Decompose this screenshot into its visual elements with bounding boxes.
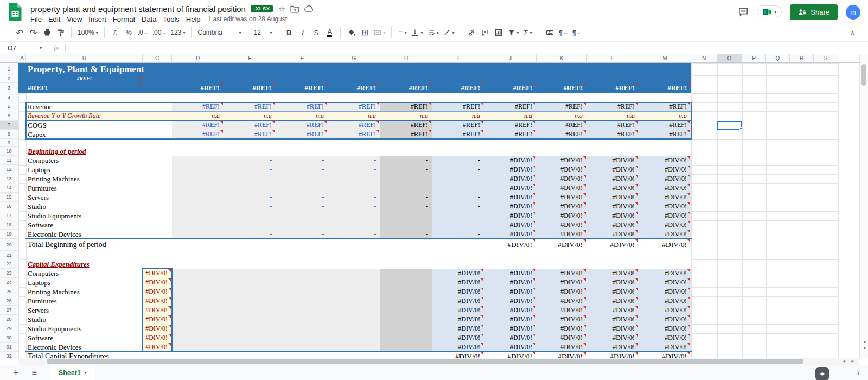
row-header[interactable]: 17 xyxy=(0,211,18,220)
cell-value[interactable]: #DIV/0! xyxy=(432,315,480,324)
row-label[interactable]: Laptops xyxy=(28,165,50,174)
cell-value[interactable]: #DIV/0! xyxy=(484,306,532,315)
cell-value[interactable]: - xyxy=(328,211,376,220)
cell-value[interactable]: #DIV/0! xyxy=(143,296,168,306)
cell-value[interactable]: #REF! xyxy=(432,83,480,93)
cell-value[interactable]: #DIV/0! xyxy=(639,324,687,333)
fill-handle[interactable] xyxy=(739,127,742,130)
row-header[interactable]: 30 xyxy=(0,333,18,343)
strikethrough-button[interactable]: S xyxy=(309,26,323,40)
cell-value[interactable]: #DIV/0! xyxy=(639,306,687,315)
cell-value[interactable]: #REF! xyxy=(172,130,220,139)
cell-value[interactable]: #DIV/0! xyxy=(537,202,583,211)
text-wrap-button[interactable]: ▾ xyxy=(425,26,441,40)
row-header[interactable]: 28 xyxy=(0,315,18,324)
column-header[interactable]: J xyxy=(484,54,537,62)
collapse-toolbar-button[interactable]: ∧ xyxy=(846,26,859,40)
cell-value[interactable]: #DIV/0! xyxy=(537,193,583,202)
cell-value[interactable]: #DIV/0! xyxy=(639,174,687,183)
column-header[interactable]: D xyxy=(172,54,224,62)
paint-format-button[interactable] xyxy=(54,26,67,40)
cell-value[interactable]: #DIV/0! xyxy=(587,156,635,165)
cell-value[interactable]: #DIV/0! xyxy=(484,156,532,165)
cell-value[interactable]: #REF! xyxy=(380,130,428,139)
cell-value[interactable]: #DIV/0! xyxy=(537,174,583,183)
row-header[interactable]: 26 xyxy=(0,296,18,306)
row-header[interactable]: 10 xyxy=(0,147,18,156)
cell-value[interactable]: n.a xyxy=(587,111,635,121)
cell-value[interactable]: #DIV/0! xyxy=(587,306,635,315)
insert-link-button[interactable] xyxy=(465,26,478,40)
column-header[interactable]: A xyxy=(18,54,26,62)
column-header[interactable]: Q xyxy=(766,54,790,62)
cell-value[interactable]: #REF! xyxy=(537,130,583,139)
row-header[interactable]: 29 xyxy=(0,324,18,333)
text-color-button[interactable]: A xyxy=(323,26,336,40)
row-header[interactable]: 2 xyxy=(0,75,18,83)
cell-value[interactable]: #DIV/0! xyxy=(587,220,635,230)
horizontal-scrollbar[interactable]: ◂ ▸ xyxy=(18,358,859,365)
row-header[interactable]: 1 xyxy=(0,63,18,75)
cell-value[interactable]: - xyxy=(276,183,324,193)
column-header[interactable]: M xyxy=(639,54,691,62)
cell-value[interactable]: #DIV/0! xyxy=(143,287,168,296)
cell-value[interactable]: #REF! xyxy=(639,102,687,111)
row-header[interactable]: 27 xyxy=(0,306,18,315)
cell-value[interactable]: #DIV/0! xyxy=(537,211,583,220)
cell-value[interactable]: #DIV/0! xyxy=(587,211,635,220)
cell-value[interactable]: #DIV/0! xyxy=(484,278,532,287)
cell-value[interactable]: - xyxy=(432,202,480,211)
cell-value[interactable]: #REF! xyxy=(276,102,324,111)
cell-value[interactable]: #REF! xyxy=(172,121,220,130)
cell-value[interactable]: #DIV/0! xyxy=(639,352,687,358)
meet-button[interactable]: ▾ xyxy=(757,5,782,18)
column-header[interactable]: P xyxy=(742,54,766,62)
menu-format[interactable]: Format xyxy=(110,15,138,24)
cell-value[interactable]: - xyxy=(276,174,324,183)
cell-value[interactable]: #REF! xyxy=(432,130,480,139)
cell-value[interactable]: #DIV/0! xyxy=(432,333,480,343)
row-header[interactable]: 4 xyxy=(0,93,18,102)
row-header[interactable]: 25 xyxy=(0,287,18,296)
cell-value[interactable]: #DIV/0! xyxy=(537,278,583,287)
print-button[interactable] xyxy=(40,26,54,40)
cell-value[interactable]: #DIV/0! xyxy=(432,296,480,306)
cell-value[interactable]: #REF! xyxy=(172,102,220,111)
cell-value[interactable]: #REF! xyxy=(587,121,635,130)
cell-value[interactable]: #DIV/0! xyxy=(587,352,635,358)
cell-value[interactable]: #DIV/0! xyxy=(639,278,687,287)
row-label[interactable]: Beginning of period xyxy=(28,147,86,156)
row-label[interactable]: Printing Machines xyxy=(28,287,80,296)
insert-chart-button[interactable] xyxy=(492,26,506,40)
cell-value[interactable]: #REF! xyxy=(537,121,583,130)
cell-value[interactable]: #DIV/0! xyxy=(432,278,480,287)
cell-value[interactable]: #DIV/0! xyxy=(537,306,583,315)
row-label[interactable]: #REF! xyxy=(28,83,48,93)
cell-value[interactable]: #DIV/0! xyxy=(484,220,532,230)
cell-value[interactable]: - xyxy=(328,220,376,230)
cell-value[interactable]: #DIV/0! xyxy=(587,333,635,343)
row-label[interactable]: Revenue xyxy=(28,102,52,111)
cell-value[interactable]: #DIV/0! xyxy=(587,202,635,211)
row-header[interactable]: 15 xyxy=(0,193,18,202)
cell-value[interactable]: - xyxy=(380,165,428,174)
cell-value[interactable]: #DIV/0! xyxy=(537,183,583,193)
text-direction-rtl-button[interactable]: ¶← xyxy=(570,26,584,40)
row-label[interactable]: Software xyxy=(28,220,53,230)
cell-value[interactable]: - xyxy=(328,239,376,251)
horizontal-align-button[interactable]: ≡▾ xyxy=(395,26,409,40)
row-label[interactable]: Total Capital Expenditures xyxy=(28,352,109,358)
cell-value[interactable]: #DIV/0! xyxy=(537,315,583,324)
column-header[interactable]: H xyxy=(380,54,432,62)
cell-value[interactable]: - xyxy=(380,220,428,230)
scroll-left-icon[interactable]: ◂ xyxy=(843,358,845,364)
row-header[interactable]: 19 xyxy=(0,230,18,239)
cell-value[interactable]: #DIV/0! xyxy=(639,202,687,211)
column-header[interactable]: F xyxy=(276,54,328,62)
row-label[interactable]: Software xyxy=(28,333,53,343)
increase-decimal-button[interactable]: .00→ xyxy=(150,26,169,40)
column-header[interactable]: C xyxy=(143,54,172,62)
font-select[interactable]: Cambria▾ xyxy=(195,26,243,40)
cell-value[interactable]: - xyxy=(224,202,272,211)
cell-value[interactable]: #DIV/0! xyxy=(537,296,583,306)
